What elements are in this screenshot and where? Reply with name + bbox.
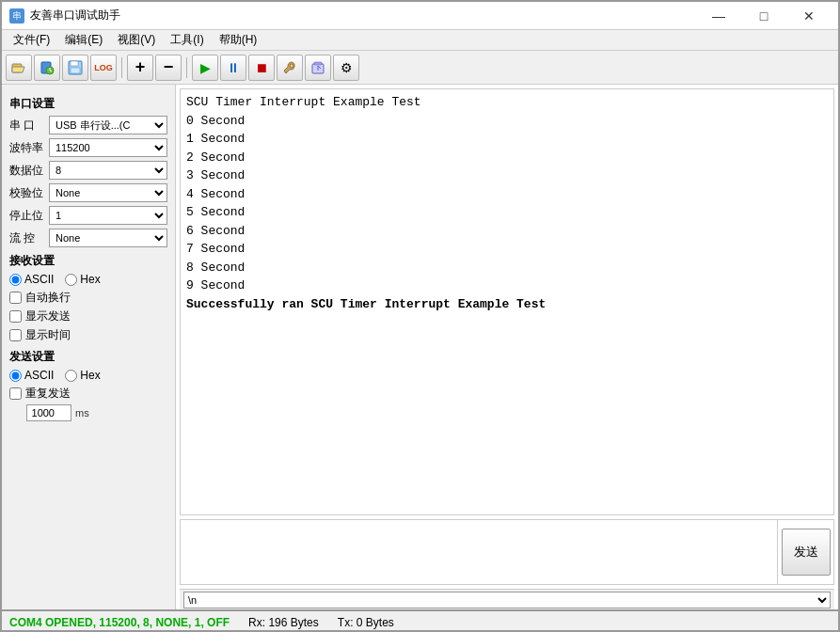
menu-edit[interactable]: 编辑(E) (57, 30, 110, 50)
stop-button[interactable]: ⏹ (248, 55, 275, 81)
receive-ascii-label[interactable]: ASCII (9, 273, 54, 286)
databits-label: 数据位 (9, 163, 49, 179)
maximize-button[interactable]: □ (742, 2, 785, 30)
serial-settings-title: 串口设置 (9, 96, 167, 112)
app-icon: 串 (9, 8, 24, 24)
menu-tools[interactable]: 工具(I) (163, 30, 211, 50)
output-line: 2 Second (186, 149, 828, 167)
show-time-checkbox[interactable] (9, 329, 22, 341)
show-time-checkbox-label[interactable]: 显示时间 (9, 327, 167, 343)
baud-select[interactable]: 115200 (49, 138, 167, 157)
port-select[interactable]: USB 串行设...(C (49, 116, 167, 134)
repeat-interval-input[interactable] (26, 404, 71, 421)
repeat-row: 重复发送 (9, 386, 167, 402)
send-btn-container: 发送 (777, 520, 833, 584)
flow-label: 流 控 (9, 230, 49, 246)
play-button[interactable]: ▶ (192, 55, 218, 81)
output-line: 3 Second (186, 166, 828, 185)
input-area: 发送 (180, 519, 834, 585)
output-line: SCU Timer Interrupt Example Test (186, 93, 828, 112)
output-line: 9 Second (186, 276, 828, 295)
output-line: 4 Second (186, 185, 828, 204)
svg-rect-5 (71, 68, 80, 73)
menu-file[interactable]: 文件(F) (6, 30, 57, 50)
menu-help[interactable]: 帮助(H) (212, 30, 265, 50)
tool-button[interactable] (277, 55, 303, 81)
auto-newline-checkbox[interactable] (9, 292, 22, 304)
repeat-unit-label: ms (75, 407, 89, 419)
separator-1 (121, 57, 122, 78)
svg-rect-4 (71, 61, 78, 66)
add-button[interactable]: + (127, 55, 153, 81)
save-button[interactable] (62, 55, 88, 81)
tx-status: Tx: 0 Bytes (338, 616, 394, 629)
baud-row: 波特率 115200 (9, 138, 167, 157)
send-button[interactable]: 发送 (782, 529, 831, 576)
recent-button[interactable] (34, 55, 60, 81)
separator-2 (186, 57, 187, 78)
window-controls: — □ ✕ (697, 2, 831, 30)
parity-label: 校验位 (9, 185, 49, 201)
baud-label: 波特率 (9, 140, 49, 156)
send-ascii-radio[interactable] (9, 370, 22, 382)
output-line: 6 Second (186, 222, 828, 241)
suffix-bar: \n \r\n None (180, 589, 834, 609)
open-button[interactable] (6, 55, 32, 81)
menu-view[interactable]: 视图(V) (110, 30, 163, 50)
receive-hex-radio[interactable] (65, 274, 77, 286)
port-status: COM4 OPENED, 115200, 8, NONE, 1, OFF (9, 616, 230, 629)
stopbits-row: 停止位 1 (9, 206, 167, 225)
rx-status: Rx: 196 Bytes (248, 616, 319, 629)
output-line: Successfully ran SCU Timer Interrupt Exa… (186, 295, 828, 314)
title-bar: 串 友善串口调试助手 — □ ✕ (2, 2, 838, 30)
stopbits-label: 停止位 (9, 208, 49, 224)
output-area: SCU Timer Interrupt Example Test 0 Secon… (180, 88, 834, 515)
show-send-checkbox[interactable] (9, 310, 22, 323)
svg-point-6 (290, 64, 293, 68)
main-layout: 串口设置 串 口 USB 串行设...(C 波特率 115200 数据位 8 校… (2, 85, 838, 609)
remove-button[interactable]: − (155, 55, 182, 81)
databits-select[interactable]: 8 (49, 161, 167, 180)
right-panel: SCU Timer Interrupt Example Test 0 Secon… (176, 85, 838, 609)
send-hex-radio[interactable] (65, 370, 77, 382)
repeat-checkbox[interactable] (9, 387, 22, 400)
send-hex-label[interactable]: Hex (65, 369, 100, 382)
app-title: 友善串口调试助手 (30, 8, 697, 24)
show-send-checkbox-label[interactable]: 显示发送 (9, 308, 167, 324)
receive-encoding-group: ASCII Hex (9, 273, 167, 286)
stopbits-select[interactable]: 1 (49, 206, 167, 225)
status-bar: COM4 OPENED, 115200, 8, NONE, 1, OFF Rx:… (2, 609, 838, 632)
receive-hex-label[interactable]: Hex (65, 273, 100, 286)
parity-select[interactable]: None (49, 183, 167, 202)
auto-newline-checkbox-label[interactable]: 自动换行 (9, 290, 167, 306)
repeat-checkbox-label[interactable]: 重复发送 (9, 386, 71, 402)
output-line: 5 Second (186, 203, 828, 222)
pause-button[interactable]: ⏸ (220, 55, 246, 81)
parity-row: 校验位 None (9, 183, 167, 202)
output-line: 1 Second (186, 130, 828, 149)
receive-ascii-radio[interactable] (9, 274, 22, 286)
output-line: 8 Second (186, 259, 828, 277)
databits-row: 数据位 8 (9, 161, 167, 180)
timer-button[interactable] (305, 55, 331, 81)
minimize-button[interactable]: — (697, 2, 740, 30)
flow-row: 流 控 None (9, 229, 167, 247)
toolbar: LOG + − ▶ ⏸ ⏹ ⚙ (2, 51, 838, 85)
suffix-select[interactable]: \n \r\n None (183, 592, 831, 608)
output-line: 0 Second (186, 112, 828, 131)
receive-settings-title: 接收设置 (9, 253, 167, 269)
send-input[interactable] (181, 520, 777, 584)
log-button[interactable]: LOG (90, 55, 117, 81)
send-settings-title: 发送设置 (9, 349, 167, 365)
send-encoding-group: ASCII Hex (9, 369, 167, 382)
flow-select[interactable]: None (49, 229, 167, 247)
repeat-value-row: ms (26, 404, 167, 421)
port-row: 串 口 USB 串行设...(C (9, 116, 167, 134)
output-line: 7 Second (186, 240, 828, 259)
left-panel: 串口设置 串 口 USB 串行设...(C 波特率 115200 数据位 8 校… (2, 85, 176, 609)
send-ascii-label[interactable]: ASCII (9, 369, 54, 382)
close-button[interactable]: ✕ (787, 2, 831, 30)
port-label: 串 口 (9, 118, 49, 134)
menu-bar: 文件(F) 编辑(E) 视图(V) 工具(I) 帮助(H) (2, 30, 838, 51)
settings-button[interactable]: ⚙ (333, 55, 359, 81)
